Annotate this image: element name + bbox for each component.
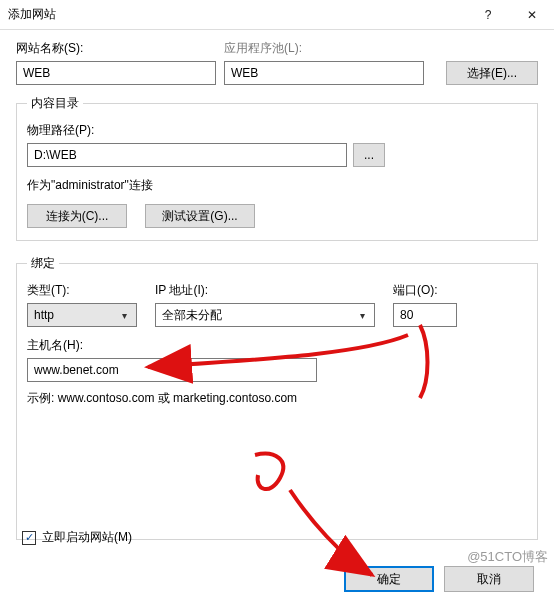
type-label: 类型(T):	[27, 282, 137, 299]
physical-path-label: 物理路径(P):	[27, 122, 527, 139]
watermark: @51CTO博客	[467, 548, 548, 566]
chevron-down-icon: ▾	[118, 310, 130, 321]
start-now-checkbox[interactable]: ✓	[22, 531, 36, 545]
binding-group: 绑定 类型(T): http ▾ IP 地址(I): 全部未分配 ▾ 端口(O)…	[16, 255, 538, 540]
dialog-footer: 确定 取消	[344, 566, 534, 592]
hostname-label: 主机名(H):	[27, 337, 527, 354]
hostname-input[interactable]	[27, 358, 317, 382]
content-dir-group: 内容目录 物理路径(P): ... 作为"administrator"连接 连接…	[16, 95, 538, 241]
connect-as-button[interactable]: 连接为(C)...	[27, 204, 127, 228]
select-apppool-button[interactable]: 选择(E)...	[446, 61, 538, 85]
hostname-example: 示例: www.contoso.com 或 marketing.contoso.…	[27, 390, 527, 407]
ip-select[interactable]: 全部未分配 ▾	[155, 303, 375, 327]
help-button[interactable]: ?	[466, 0, 510, 30]
content-dir-legend: 内容目录	[27, 95, 83, 112]
site-name-input[interactable]	[16, 61, 216, 85]
close-button[interactable]: ✕	[510, 0, 554, 30]
ok-button[interactable]: 确定	[344, 566, 434, 592]
apppool-label: 应用程序池(L):	[224, 40, 424, 57]
port-label: 端口(O):	[393, 282, 457, 299]
chevron-down-icon: ▾	[356, 310, 368, 321]
type-value: http	[34, 308, 118, 322]
type-select[interactable]: http ▾	[27, 303, 137, 327]
titlebar: 添加网站 ? ✕	[0, 0, 554, 30]
check-icon: ✓	[25, 531, 34, 544]
binding-legend: 绑定	[27, 255, 59, 272]
browse-path-button[interactable]: ...	[353, 143, 385, 167]
apppool-input	[224, 61, 424, 85]
ip-value: 全部未分配	[162, 307, 356, 324]
start-now-label: 立即启动网站(M)	[42, 529, 132, 546]
help-icon: ?	[485, 8, 492, 22]
port-input[interactable]	[393, 303, 457, 327]
ip-label: IP 地址(I):	[155, 282, 375, 299]
window-title: 添加网站	[8, 6, 466, 23]
dialog-content: 网站名称(S): 应用程序池(L): . 选择(E)... 内容目录 物理路径(…	[0, 30, 554, 540]
close-icon: ✕	[527, 8, 537, 22]
physical-path-input[interactable]	[27, 143, 347, 167]
cancel-button[interactable]: 取消	[444, 566, 534, 592]
test-settings-button[interactable]: 测试设置(G)...	[145, 204, 255, 228]
start-now-row[interactable]: ✓ 立即启动网站(M)	[22, 529, 132, 546]
connect-as-text: 作为"administrator"连接	[27, 177, 527, 194]
site-name-label: 网站名称(S):	[16, 40, 216, 57]
